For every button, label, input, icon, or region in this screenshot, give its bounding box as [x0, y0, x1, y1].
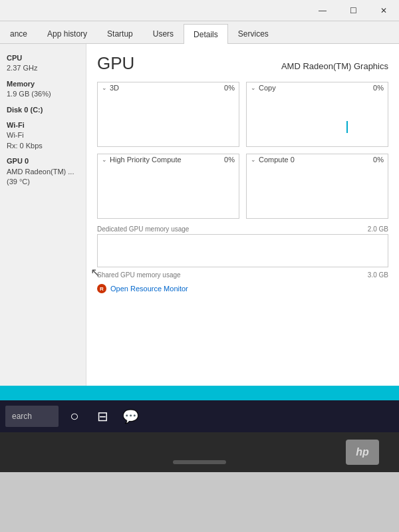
memory-section: Dedicated GPU memory usage 2.0 GB Shared… — [97, 225, 388, 279]
chart-hpc-area — [98, 165, 239, 218]
maximize-button[interactable]: ☐ — [338, 0, 368, 21]
chart-c0-percentage: 0% — [373, 156, 384, 164]
tab-bar: ance App history Startup Users Details S… — [0, 21, 399, 44]
chart-copy-label: Copy — [259, 84, 276, 92]
chart-copy-percentage: 0% — [373, 84, 384, 92]
gpu-title: GPU — [97, 53, 134, 74]
search-bar[interactable]: earch — [5, 406, 59, 427]
sidebar-item-gpu[interactable]: GPU 0 AMD Radeon(TM) ...(39 °C) — [0, 154, 86, 190]
chart-copy-area — [247, 93, 388, 146]
chart-high-priority: ⌄ High Priority Compute 0% — [97, 154, 239, 219]
resource-monitor-icon: R — [97, 284, 106, 293]
laptop-speaker — [173, 460, 226, 464]
taskbar-chat-icon[interactable]: 💬 — [118, 404, 142, 428]
tab-details[interactable]: Details — [184, 24, 228, 44]
chevron-icon-c0: ⌄ — [251, 156, 256, 163]
gpu-header: GPU AMD Radeon(TM) Graphics — [97, 53, 388, 74]
chart-c0-label: Compute 0 — [259, 156, 295, 164]
task-manager-window: — ☐ ✕ ance App history Startup Users Det… — [0, 0, 399, 386]
chart-compute0: ⌄ Compute 0 0% — [246, 154, 388, 219]
tab-app-history[interactable]: App history — [37, 23, 97, 43]
search-placeholder: earch — [12, 412, 32, 421]
chart-copy: ⌄ Copy 0% — [246, 82, 388, 147]
close-button[interactable]: ✕ — [368, 0, 399, 21]
sidebar: CPU 2.37 GHz Memory 1.9 GB (36%) Disk 0 … — [0, 44, 86, 386]
sidebar-item-disk[interactable]: Disk 0 (C:) — [0, 102, 86, 118]
chart-3d-percentage: 0% — [224, 84, 235, 92]
copy-spike — [346, 121, 348, 133]
chart-3d-label: 3D — [110, 84, 119, 92]
chevron-icon-hpc: ⌄ — [102, 156, 107, 163]
dedicated-memory-label: Dedicated GPU memory usage — [97, 225, 189, 233]
shared-memory-value: 3.0 GB — [368, 271, 388, 279]
sidebar-item-cpu[interactable]: CPU 2.37 GHz — [0, 51, 86, 76]
taskbar-area: earch ○ ⊟ 💬 hp — [0, 386, 399, 472]
chart-3d: ⌄ 3D 0% — [97, 82, 239, 147]
resource-monitor-link[interactable]: R Open Resource Monitor — [97, 284, 388, 293]
laptop-bottom: hp — [0, 432, 399, 472]
chart-c0-area — [247, 165, 388, 218]
taskbar: earch ○ ⊟ 💬 — [0, 400, 399, 432]
chevron-icon-3d: ⌄ — [102, 84, 107, 91]
chart-hpc-percentage: 0% — [224, 156, 235, 164]
sidebar-item-memory[interactable]: Memory 1.9 GB (36%) — [0, 76, 86, 102]
tab-services[interactable]: Services — [228, 23, 279, 43]
sidebar-item-wifi[interactable]: Wi-Fi Wi-FiRx: 0 Kbps — [0, 118, 86, 154]
resource-monitor-label: Open Resource Monitor — [110, 285, 188, 293]
shared-memory-row: Shared GPU memory usage 3.0 GB — [97, 271, 388, 279]
main-content: GPU AMD Radeon(TM) Graphics ⌄ 3D 0% — [86, 44, 399, 386]
title-bar-controls: — ☐ ✕ — [307, 0, 399, 21]
dedicated-memory-row: Dedicated GPU memory usage 2.0 GB — [97, 225, 388, 267]
chart-hpc-label: High Priority Compute — [110, 156, 182, 164]
minimize-button[interactable]: — — [307, 0, 338, 21]
content-area: CPU 2.37 GHz Memory 1.9 GB (36%) Disk 0 … — [0, 44, 399, 386]
tab-users[interactable]: Users — [143, 23, 184, 43]
taskbar-task-view-icon[interactable]: ⊟ — [90, 404, 114, 428]
tab-processes[interactable]: ance — [0, 23, 37, 43]
cursor-indicator: ↖ — [90, 265, 100, 280]
tab-startup[interactable]: Startup — [97, 23, 143, 43]
chevron-icon-copy: ⌄ — [251, 84, 256, 91]
title-bar: — ☐ ✕ — [0, 0, 399, 21]
taskbar-search-icon[interactable]: ○ — [63, 404, 86, 428]
hp-logo: hp — [346, 440, 379, 465]
gpu-name: AMD Radeon(TM) Graphics — [281, 61, 388, 71]
dedicated-memory-value: 2.0 GB — [368, 225, 388, 233]
charts-grid: ⌄ 3D 0% ⌄ Copy 0% — [97, 82, 388, 219]
dedicated-memory-chart — [97, 234, 388, 267]
chart-3d-area — [98, 93, 239, 146]
shared-memory-label: Shared GPU memory usage — [97, 271, 181, 279]
